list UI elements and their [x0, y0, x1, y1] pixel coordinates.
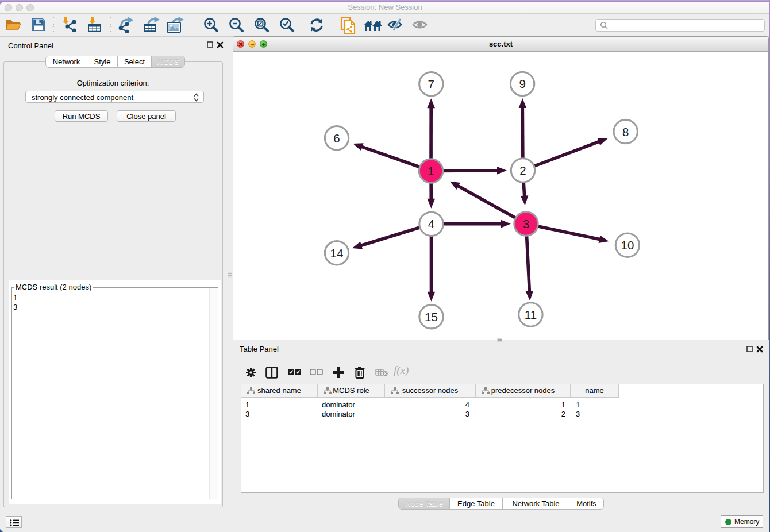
- svg-text:2: 2: [519, 164, 526, 177]
- svg-text:7: 7: [428, 78, 434, 91]
- svg-text:10: 10: [621, 238, 634, 252]
- svg-text:15: 15: [425, 310, 438, 323]
- svg-text:6: 6: [333, 132, 340, 145]
- svg-text:11: 11: [525, 308, 537, 321]
- svg-text:9: 9: [519, 77, 525, 90]
- svg-text:3: 3: [523, 217, 529, 230]
- svg-text:4: 4: [428, 217, 434, 230]
- svg-text:14: 14: [330, 246, 344, 260]
- svg-text:8: 8: [622, 125, 629, 138]
- svg-text:1: 1: [428, 164, 434, 178]
